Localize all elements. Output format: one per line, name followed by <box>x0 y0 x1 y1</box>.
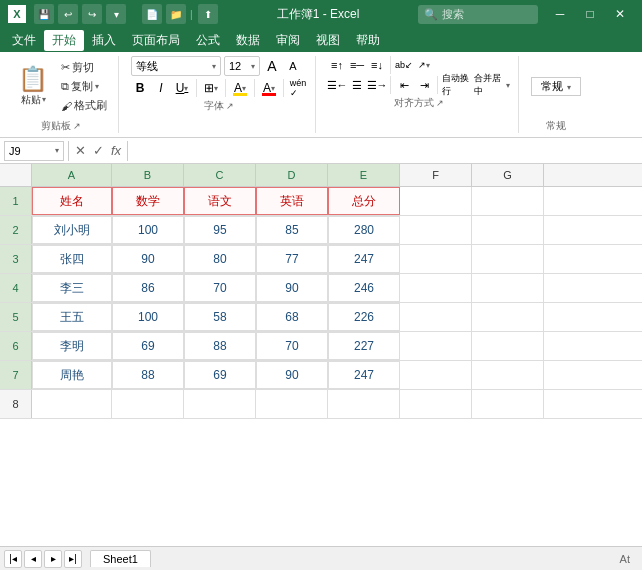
cell-f2[interactable] <box>400 216 472 244</box>
menu-formulas[interactable]: 公式 <box>188 30 228 51</box>
file-icon[interactable]: 📄 <box>142 4 162 24</box>
font-color-dropdown[interactable]: ▾ <box>271 84 275 93</box>
align-center-button[interactable]: ☰ <box>348 76 366 94</box>
cell-f7[interactable] <box>400 361 472 389</box>
copy-button[interactable]: ⧉ 复制 ▾ <box>58 78 110 96</box>
cell-b5[interactable]: 100 <box>112 303 184 331</box>
cell-c6[interactable]: 88 <box>184 332 256 360</box>
font-expand-icon[interactable]: ↗ <box>226 101 234 111</box>
quick-access-more[interactable]: ▾ <box>106 4 126 24</box>
cell-e1[interactable]: 总分 <box>328 187 400 215</box>
cell-c2[interactable]: 95 <box>184 216 256 244</box>
cell-d8[interactable] <box>256 390 328 418</box>
decrease-indent-button[interactable]: ⇤ <box>395 76 413 94</box>
cell-g1[interactable] <box>472 187 544 215</box>
cell-c5[interactable]: 58 <box>184 303 256 331</box>
share-icon[interactable]: ⬆ <box>198 4 218 24</box>
number-format-selector[interactable]: 常规 ▾ <box>531 77 581 96</box>
format-painter-button[interactable]: 🖌 格式刷 <box>58 97 110 115</box>
close-button[interactable]: ✕ <box>606 0 634 28</box>
wrap-text-button[interactable]: 自动换行 <box>442 76 472 94</box>
cell-b3[interactable]: 90 <box>112 245 184 273</box>
clipboard-expand-icon[interactable]: ↗ <box>73 121 81 131</box>
save-button[interactable]: 💾 <box>34 4 54 24</box>
cell-a6[interactable]: 李明 <box>32 332 112 360</box>
cell-b6[interactable]: 69 <box>112 332 184 360</box>
cell-a2[interactable]: 刘小明 <box>32 216 112 244</box>
cell-e7[interactable]: 247 <box>328 361 400 389</box>
cell-f8[interactable] <box>400 390 472 418</box>
cell-g3[interactable] <box>472 245 544 273</box>
maximize-button[interactable]: □ <box>576 0 604 28</box>
fill-dropdown[interactable]: ▾ <box>242 84 246 93</box>
tab-prev-button[interactable]: ◂ <box>24 550 42 568</box>
cell-f4[interactable] <box>400 274 472 302</box>
cell-f5[interactable] <box>400 303 472 331</box>
fill-color-button[interactable]: A ▾ <box>231 79 249 97</box>
cell-c7[interactable]: 69 <box>184 361 256 389</box>
cell-c4[interactable]: 70 <box>184 274 256 302</box>
cell-c3[interactable]: 80 <box>184 245 256 273</box>
phonetic-button[interactable]: wén✓ <box>289 79 307 97</box>
col-header-c[interactable]: C <box>184 164 256 186</box>
cell-ref-dropdown[interactable]: ▾ <box>55 146 59 155</box>
col-header-f[interactable]: F <box>400 164 472 186</box>
cell-reference-box[interactable]: J9 ▾ <box>4 141 64 161</box>
font-size-selector[interactable]: 12 ▾ <box>224 56 260 76</box>
alignment-expand-icon[interactable]: ↗ <box>436 98 444 108</box>
cell-g4[interactable] <box>472 274 544 302</box>
italic-button[interactable]: I <box>152 79 170 97</box>
cell-d2[interactable]: 85 <box>256 216 328 244</box>
cell-f6[interactable] <box>400 332 472 360</box>
sheet-tab-sheet1[interactable]: Sheet1 <box>90 550 151 567</box>
cell-b7[interactable]: 88 <box>112 361 184 389</box>
cell-e4[interactable]: 246 <box>328 274 400 302</box>
cell-a3[interactable]: 张四 <box>32 245 112 273</box>
col-header-d[interactable]: D <box>256 164 328 186</box>
copy-dropdown[interactable]: ▾ <box>95 82 99 91</box>
underline-dropdown[interactable]: ▾ <box>184 84 188 93</box>
paste-dropdown[interactable]: ▾ <box>42 95 46 104</box>
align-bottom-button[interactable]: ≡↓ <box>368 56 386 74</box>
cell-d4[interactable]: 90 <box>256 274 328 302</box>
minimize-button[interactable]: ─ <box>546 0 574 28</box>
col-header-g[interactable]: G <box>472 164 544 186</box>
angle-dropdown[interactable]: ▾ <box>426 61 430 70</box>
menu-file[interactable]: 文件 <box>4 30 44 51</box>
cell-a7[interactable]: 周艳 <box>32 361 112 389</box>
col-header-a[interactable]: A <box>32 164 112 186</box>
cell-f1[interactable] <box>400 187 472 215</box>
merge-dropdown[interactable]: ▾ <box>506 81 510 90</box>
search-bar[interactable]: 🔍 搜索 <box>418 5 538 24</box>
cell-a5[interactable]: 王五 <box>32 303 112 331</box>
cell-g8[interactable] <box>472 390 544 418</box>
font-name-dropdown[interactable]: ▾ <box>212 62 216 71</box>
cell-b1[interactable]: 数学 <box>112 187 184 215</box>
menu-review[interactable]: 审阅 <box>268 30 308 51</box>
menu-view[interactable]: 视图 <box>308 30 348 51</box>
menu-data[interactable]: 数据 <box>228 30 268 51</box>
cancel-formula-icon[interactable]: ✕ <box>73 143 88 158</box>
col-header-e[interactable]: E <box>328 164 400 186</box>
tab-last-button[interactable]: ▸| <box>64 550 82 568</box>
undo-button[interactable]: ↩ <box>58 4 78 24</box>
tab-next-button[interactable]: ▸ <box>44 550 62 568</box>
cell-b8[interactable] <box>112 390 184 418</box>
cell-c8[interactable] <box>184 390 256 418</box>
font-color-button[interactable]: A ▾ <box>260 79 278 97</box>
font-name-selector[interactable]: 等线 ▾ <box>131 56 221 76</box>
cell-g7[interactable] <box>472 361 544 389</box>
cell-e6[interactable]: 227 <box>328 332 400 360</box>
confirm-formula-icon[interactable]: ✓ <box>91 143 106 158</box>
redo-button[interactable]: ↪ <box>82 4 102 24</box>
paste-button[interactable]: 📋 粘贴 ▾ <box>12 59 54 115</box>
cell-a8[interactable] <box>32 390 112 418</box>
cell-b2[interactable]: 100 <box>112 216 184 244</box>
increase-font-button[interactable]: A <box>263 57 281 75</box>
menu-insert[interactable]: 插入 <box>84 30 124 51</box>
cell-d6[interactable]: 70 <box>256 332 328 360</box>
underline-button[interactable]: U▾ <box>173 79 191 97</box>
merge-button[interactable]: 合并居中▾ <box>474 76 510 94</box>
cell-a4[interactable]: 李三 <box>32 274 112 302</box>
bold-button[interactable]: B <box>131 79 149 97</box>
